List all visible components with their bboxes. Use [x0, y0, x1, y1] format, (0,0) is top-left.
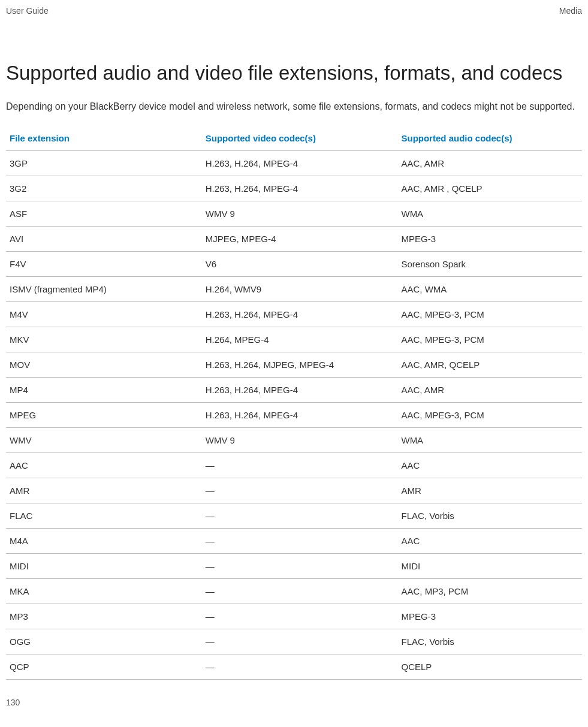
- cell-ext: MP4: [6, 377, 202, 402]
- page-header: User Guide Media: [6, 6, 582, 16]
- table-row: MKA—AAC, MP3, PCM: [6, 578, 582, 604]
- table-row: ASFWMV 9WMA: [6, 201, 582, 226]
- cell-ext: MPEG: [6, 402, 202, 427]
- cell-video: —: [202, 528, 398, 553]
- cell-audio: AAC, MP3, PCM: [397, 578, 582, 604]
- cell-video: —: [202, 453, 398, 478]
- cell-ext: OGG: [6, 629, 202, 654]
- cell-audio: AAC, AMR , QCELP: [397, 176, 582, 201]
- cell-audio: QCELP: [397, 654, 582, 679]
- intro-paragraph: Depending on your BlackBerry device mode…: [6, 100, 582, 113]
- cell-ext: 3G2: [6, 176, 202, 201]
- table-row: 3G2H.263, H.264, MPEG-4AAC, AMR , QCELP: [6, 176, 582, 201]
- table-row: FLAC—FLAC, Vorbis: [6, 503, 582, 528]
- cell-ext: MKA: [6, 578, 202, 604]
- cell-video: MJPEG, MPEG-4: [202, 226, 398, 251]
- cell-audio: AAC, MPEG-3, PCM: [397, 402, 582, 427]
- table-row: OGG—FLAC, Vorbis: [6, 629, 582, 654]
- header-left: User Guide: [6, 6, 49, 16]
- cell-video: H.263, H.264, MPEG-4: [202, 402, 398, 427]
- table-row: AMR—AMR: [6, 478, 582, 503]
- header-right: Media: [559, 6, 582, 16]
- cell-audio: AAC, AMR: [397, 377, 582, 402]
- cell-audio: AAC, MPEG-3, PCM: [397, 327, 582, 352]
- page-number: 130: [6, 698, 582, 707]
- cell-video: H.263, H.264, MPEG-4: [202, 176, 398, 201]
- cell-ext: ASF: [6, 201, 202, 226]
- cell-ext: MIDI: [6, 553, 202, 578]
- cell-audio: AAC: [397, 453, 582, 478]
- table-row: MP4H.263, H.264, MPEG-4AAC, AMR: [6, 377, 582, 402]
- cell-audio: FLAC, Vorbis: [397, 503, 582, 528]
- cell-audio: AAC, WMA: [397, 276, 582, 301]
- cell-video: H.264, MPEG-4: [202, 327, 398, 352]
- cell-ext: AVI: [6, 226, 202, 251]
- table-header-row: File extension Supported video codec(s) …: [6, 126, 582, 151]
- cell-ext: F4V: [6, 251, 202, 276]
- cell-video: V6: [202, 251, 398, 276]
- cell-ext: AAC: [6, 453, 202, 478]
- cell-video: H.263, H.264, MPEG-4: [202, 301, 398, 327]
- table-row: MOVH.263, H.264, MJPEG, MPEG-4AAC, AMR, …: [6, 352, 582, 377]
- cell-ext: ISMV (fragmented MP4): [6, 276, 202, 301]
- cell-video: H.263, H.264, MPEG-4: [202, 377, 398, 402]
- cell-audio: MIDI: [397, 553, 582, 578]
- cell-video: —: [202, 578, 398, 604]
- table-row: M4VH.263, H.264, MPEG-4AAC, MPEG-3, PCM: [6, 301, 582, 327]
- cell-video: H.263, H.264, MPEG-4: [202, 150, 398, 176]
- cell-ext: WMV: [6, 427, 202, 453]
- cell-video: —: [202, 604, 398, 629]
- cell-audio: AAC, AMR: [397, 150, 582, 176]
- cell-video: —: [202, 629, 398, 654]
- cell-video: H.264, WMV9: [202, 276, 398, 301]
- cell-audio: Sorenson Spark: [397, 251, 582, 276]
- cell-video: —: [202, 553, 398, 578]
- cell-ext: FLAC: [6, 503, 202, 528]
- cell-ext: MOV: [6, 352, 202, 377]
- table-row: MPEGH.263, H.264, MPEG-4AAC, MPEG-3, PCM: [6, 402, 582, 427]
- table-row: AVIMJPEG, MPEG-4MPEG-3: [6, 226, 582, 251]
- cell-ext: MKV: [6, 327, 202, 352]
- cell-video: —: [202, 654, 398, 679]
- cell-audio: FLAC, Vorbis: [397, 629, 582, 654]
- cell-audio: MPEG-3: [397, 604, 582, 629]
- cell-ext: MP3: [6, 604, 202, 629]
- table-row: AAC—AAC: [6, 453, 582, 478]
- cell-audio: AAC, MPEG-3, PCM: [397, 301, 582, 327]
- cell-ext: AMR: [6, 478, 202, 503]
- cell-audio: WMA: [397, 427, 582, 453]
- cell-audio: WMA: [397, 201, 582, 226]
- cell-video: —: [202, 503, 398, 528]
- cell-ext: 3GP: [6, 150, 202, 176]
- table-header-video: Supported video codec(s): [202, 126, 398, 151]
- codec-table: File extension Supported video codec(s) …: [6, 126, 582, 680]
- cell-audio: AAC: [397, 528, 582, 553]
- cell-ext: M4V: [6, 301, 202, 327]
- table-header-ext: File extension: [6, 126, 202, 151]
- cell-audio: MPEG-3: [397, 226, 582, 251]
- cell-video: WMV 9: [202, 427, 398, 453]
- cell-video: H.263, H.264, MJPEG, MPEG-4: [202, 352, 398, 377]
- table-row: MIDI—MIDI: [6, 553, 582, 578]
- table-row: MP3—MPEG-3: [6, 604, 582, 629]
- cell-ext: M4A: [6, 528, 202, 553]
- table-row: WMVWMV 9WMA: [6, 427, 582, 453]
- table-row: 3GPH.263, H.264, MPEG-4AAC, AMR: [6, 150, 582, 176]
- table-row: MKVH.264, MPEG-4AAC, MPEG-3, PCM: [6, 327, 582, 352]
- table-row: F4VV6Sorenson Spark: [6, 251, 582, 276]
- cell-video: —: [202, 478, 398, 503]
- table-row: M4A—AAC: [6, 528, 582, 553]
- cell-video: WMV 9: [202, 201, 398, 226]
- page-title: Supported audio and video file extension…: [6, 61, 582, 85]
- table-row: QCP—QCELP: [6, 654, 582, 679]
- cell-ext: QCP: [6, 654, 202, 679]
- cell-audio: AAC, AMR, QCELP: [397, 352, 582, 377]
- table-header-audio: Supported audio codec(s): [397, 126, 582, 151]
- table-row: ISMV (fragmented MP4)H.264, WMV9AAC, WMA: [6, 276, 582, 301]
- cell-audio: AMR: [397, 478, 582, 503]
